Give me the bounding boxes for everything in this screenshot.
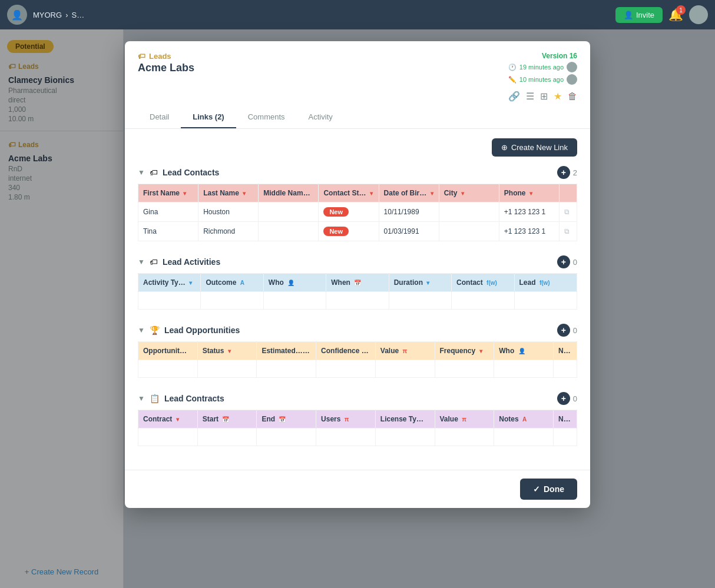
invite-icon: 👤 [624,11,633,19]
col-status: Status ▾ [197,342,257,360]
contact-row-tina: Tina Richmond New 01/03/1991 +1 123 123 … [138,222,577,241]
clock-icon: 🕐 [508,64,517,71]
col-license-type: License Ty… ▾ [375,410,435,428]
notification-bell[interactable]: 🔔 1 [668,8,683,22]
tab-links[interactable]: Links (2) [181,107,236,128]
version-time-1: 🕐 19 minutes ago [508,62,577,72]
lead-contracts-section: ▼ 📋 Lead Contracts + 0 Contract ▾ Start … [138,392,577,446]
col-last-name: Last Name ▾ [198,184,259,202]
contacts-icon: 🏷 [150,168,158,177]
opportunities-count-badge: 0 [573,326,577,335]
col-who-opp: Who 👤 [494,342,554,360]
col-extra-contract: N… [554,410,577,428]
opportunities-chevron[interactable]: ▼ [138,326,145,334]
star-icon[interactable]: ★ [554,91,562,102]
col-estimated: Estimated… 📅 [257,342,316,360]
contact-phone-tina: +1 123 123 1 [499,222,559,241]
contact-dob-tina: 01/03/1991 [379,222,439,241]
contact-first-tina: Tina [138,222,198,241]
activities-count: + 0 [557,255,577,268]
contracts-title-text: Lead Contracts [164,394,224,403]
lead-opportunities-section: ▼ 🏆 Lead Opportunities + 0 Opportunit… ▾ [138,324,577,378]
invite-button[interactable]: 👤 Invite [615,7,663,23]
opportunities-title-text: Lead Opportunities [164,325,240,335]
modal-entity-name: Acme Labs [138,62,194,74]
user-profile-avatar[interactable] [689,5,708,24]
activities-chevron[interactable]: ▼ [138,258,145,266]
done-button[interactable]: ✓ Done [520,479,577,500]
opportunities-table-scroll[interactable]: Opportunit… ▾ Status ▾ Estimated… 📅 Conf… [138,341,577,378]
col-opportunity: Opportunit… ▾ [138,342,198,360]
opportunities-title-left: ▼ 🏆 Lead Opportunities [138,325,240,335]
modal-dialog: 🏷 Leads Acme Labs Version 16 🕐 19 minute… [125,41,590,508]
contact-copy-gina[interactable]: ⧉ [560,202,577,222]
contracts-chevron[interactable]: ▼ [138,394,145,403]
activities-title-left: ▼ 🏷 Lead Activities [138,257,220,267]
modal-tabs: Detail Links (2) Comments Activity [138,107,577,128]
contacts-section-header: ▼ 🏷 Lead Contacts + 2 [138,166,577,179]
lead-activities-section: ▼ 🏷 Lead Activities + 0 Activity Ty… ▾ O… [138,255,577,310]
contact-first-gina: Gina [138,202,198,222]
contact-city-gina [439,202,499,222]
checkmark-icon: ✓ [533,484,540,494]
version-label: Version 16 [508,52,577,60]
activities-count-badge: 0 [573,258,577,267]
external-link-icon[interactable]: 🔗 [508,91,520,102]
modal-action-icons: 🔗 ☰ ⊞ ★ 🗑 [138,91,577,102]
modal-footer: ✓ Done [125,470,590,508]
activities-title-text: Lead Activities [163,257,220,267]
col-value-contract: Value π [435,410,494,428]
breadcrumb: MYORG › S… [33,11,84,19]
contact-dob-gina: 10/11/1989 [379,202,439,222]
version-avatar-1 [567,62,577,72]
col-city: City ▾ [439,184,499,202]
col-notes-opp: N… [554,342,577,360]
tab-detail[interactable]: Detail [138,107,181,128]
contact-middle-gina [259,202,319,222]
contact-last-houston: Houston [198,202,259,222]
contact-middle-tina [259,222,319,241]
modal-title-left: 🏷 Leads Acme Labs [138,52,194,74]
col-outcome: Outcome A [201,274,263,292]
contact-row-gina: Gina Houston New 10/11/1989 +1 123 123 1… [138,202,577,222]
contacts-count-badge: 2 [573,168,577,177]
contacts-chevron[interactable]: ▼ [138,168,145,177]
modal-leads-icon: 🏷 [138,52,145,61]
pencil-icon: ✏️ [508,76,517,84]
org-name: MYORG [33,11,62,19]
col-contact-status: Contact St… ▾ [319,184,379,202]
user-avatar-top[interactable]: 👤 [7,5,27,25]
contact-copy-tina[interactable]: ⧉ [560,222,577,241]
contacts-add-button[interactable]: + [557,166,570,179]
contacts-count: + 2 [557,166,577,179]
activities-table: Activity Ty… ▾ Outcome A Who 👤 When 📅 Du… [138,273,577,310]
contact-phone-gina: +1 123 123 1 [499,202,559,222]
contact-status-tina: New [319,222,379,241]
trash-icon[interactable]: 🗑 [568,91,577,102]
create-new-link-button[interactable]: ⊕ Create New Link [492,138,577,157]
modal-overlay: 🏷 Leads Acme Labs Version 16 🕐 19 minute… [0,29,715,588]
col-contract: Contract ▾ [138,410,198,428]
col-start: Start 📅 [197,410,257,428]
list-view-icon[interactable]: ☰ [526,91,534,102]
contracts-title-left: ▼ 📋 Lead Contracts [138,394,224,403]
col-contact: Contact f(w) [452,274,514,292]
modal-body: ⊕ Create New Link ▼ 🏷 Lead Contacts + 2 [125,129,590,470]
opportunities-add-button[interactable]: + [557,324,570,337]
modal-version-info: Version 16 🕐 19 minutes ago ✏️ 10 minute… [508,52,577,85]
contact-city-tina [439,222,499,241]
tab-activity[interactable]: Activity [297,107,345,128]
version-avatar-2 [567,74,577,85]
col-who: Who 👤 [263,274,326,292]
opportunities-icon: 🏆 [150,325,160,335]
grid-view-icon[interactable]: ⊞ [540,91,548,102]
contracts-add-button[interactable]: + [557,392,570,405]
activities-add-button[interactable]: + [557,255,570,268]
opportunities-count: + 0 [557,324,577,337]
contracts-icon: 📋 [150,394,160,403]
contracts-count: + 0 [557,392,577,405]
col-activity-type: Activity Ty… ▾ [138,274,201,292]
col-end: End 📅 [257,410,316,428]
col-frequency: Frequency ▾ [435,342,494,360]
tab-comments[interactable]: Comments [236,107,297,128]
